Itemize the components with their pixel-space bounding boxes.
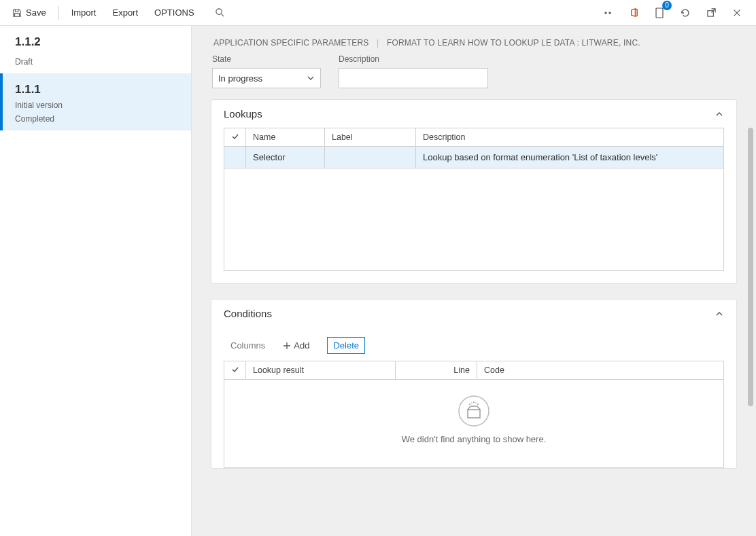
version-item-1-1-1[interactable]: 1.1.1 Initial version Completed <box>0 73 191 130</box>
breadcrumb-2: FORMAT TO LEARN HOW TO LOOKUP LE DATA : … <box>387 38 640 48</box>
row-name: Selector <box>246 147 325 168</box>
connector-icon <box>602 7 613 18</box>
delete-button[interactable]: Delete <box>327 337 365 354</box>
svg-rect-2 <box>656 8 663 18</box>
conditions-empty: We didn't find anything to show here. <box>224 380 723 467</box>
plus-icon <box>283 342 291 350</box>
search-icon <box>215 7 225 18</box>
notification-count: 0 <box>662 1 672 10</box>
add-label: Add <box>294 340 309 351</box>
svg-point-6 <box>469 404 470 405</box>
conditions-title: Conditions <box>224 308 272 319</box>
state-label: State <box>212 54 321 64</box>
separator <box>58 6 59 20</box>
row-label <box>325 147 416 168</box>
chevron-up-icon <box>715 309 724 319</box>
import-button[interactable]: Import <box>65 5 103 20</box>
conditions-grid: Lookup result Line Code We didn't find a… <box>224 361 724 468</box>
search-button[interactable] <box>212 5 228 21</box>
version-subtitle: Initial version <box>15 101 179 110</box>
add-button[interactable]: Add <box>277 338 315 353</box>
options-label: OPTIONS <box>154 7 194 18</box>
save-button[interactable]: Save <box>5 5 53 20</box>
svg-point-0 <box>216 9 222 14</box>
description-input[interactable] <box>339 68 488 88</box>
lookups-row[interactable]: Selector Lookup based on format enumerat… <box>224 147 723 168</box>
breadcrumb-1: APPLICATION SPECIFIC PARAMETERS <box>213 38 368 48</box>
chevron-down-icon <box>307 74 315 82</box>
delete-label: Delete <box>333 340 359 351</box>
version-completed: Completed <box>15 114 179 124</box>
cond-col-line[interactable]: Line <box>396 361 477 379</box>
checkmark-icon <box>231 132 239 141</box>
refresh-icon <box>680 7 691 18</box>
svg-point-10 <box>475 402 477 404</box>
cond-col-code[interactable]: Code <box>477 361 723 379</box>
conditions-header[interactable]: Conditions <box>211 300 736 327</box>
breadcrumb-sep: | <box>377 38 379 48</box>
lookups-empty-area <box>224 168 723 270</box>
close-icon <box>732 8 742 18</box>
close-button[interactable] <box>729 5 745 21</box>
checkmark-icon <box>231 365 239 374</box>
save-label: Save <box>26 7 46 18</box>
document-icon <box>655 7 664 18</box>
svg-line-1 <box>221 14 224 16</box>
row-desc: Lookup based on format enumeration 'List… <box>416 147 723 168</box>
lookups-title: Lookups <box>224 108 262 120</box>
lookups-header[interactable]: Lookups <box>211 100 736 128</box>
svg-point-4 <box>459 396 489 426</box>
notification-button[interactable]: 0 <box>651 5 668 21</box>
version-status: Draft <box>15 57 179 67</box>
scrollbar[interactable] <box>748 128 753 406</box>
col-check[interactable] <box>224 128 246 146</box>
office-button[interactable] <box>625 5 642 21</box>
conditions-grid-header: Lookup result Line Code <box>224 361 723 380</box>
col-desc[interactable]: Description <box>416 128 723 146</box>
col-label[interactable]: Label <box>325 128 416 146</box>
cond-col-lookup[interactable]: Lookup result <box>246 361 396 379</box>
description-label: Description <box>339 54 488 64</box>
col-name[interactable]: Name <box>246 128 325 146</box>
version-item-1-1-2[interactable]: 1.1.2 Draft <box>0 26 191 73</box>
row-check[interactable] <box>224 147 246 168</box>
columns-button[interactable]: Columns <box>230 340 265 351</box>
breadcrumb: APPLICATION SPECIFIC PARAMETERS | FORMAT… <box>211 26 737 54</box>
empty-box-icon <box>458 395 490 427</box>
content-area: APPLICATION SPECIFIC PARAMETERS | FORMAT… <box>192 26 756 536</box>
version-number: 1.1.2 <box>15 35 179 49</box>
svg-point-9 <box>471 402 472 404</box>
chevron-up-icon <box>715 109 724 119</box>
save-icon <box>12 8 22 18</box>
top-toolbar: Save Import Export OPTIONS 0 <box>0 0 756 26</box>
conditions-panel: Conditions Columns Add Delete <box>211 299 737 469</box>
popout-button[interactable] <box>703 5 719 21</box>
version-number: 1.1.1 <box>15 83 179 96</box>
import-label: Import <box>71 7 97 18</box>
lookups-grid: Name Label Description Selector Lookup b… <box>224 128 724 271</box>
lookups-grid-header: Name Label Description <box>224 128 723 147</box>
popout-icon <box>706 7 717 18</box>
refresh-button[interactable] <box>677 5 693 21</box>
svg-rect-5 <box>468 410 480 418</box>
version-sidebar: 1.1.2 Draft 1.1.1 Initial version Comple… <box>0 26 192 536</box>
export-button[interactable]: Export <box>105 5 145 20</box>
office-icon <box>629 7 639 18</box>
svg-point-8 <box>477 404 479 405</box>
conditions-toolbar: Columns Add Delete <box>211 327 736 361</box>
state-value: In progress <box>218 73 262 84</box>
svg-point-7 <box>473 401 475 403</box>
options-button[interactable]: OPTIONS <box>148 5 201 20</box>
connector-icon-button[interactable] <box>600 5 616 21</box>
lookups-panel: Lookups Name <box>211 99 737 284</box>
empty-message: We didn't find anything to show here. <box>402 434 547 444</box>
export-label: Export <box>112 7 138 18</box>
state-select[interactable]: In progress <box>212 68 321 88</box>
cond-col-check[interactable] <box>224 361 246 379</box>
